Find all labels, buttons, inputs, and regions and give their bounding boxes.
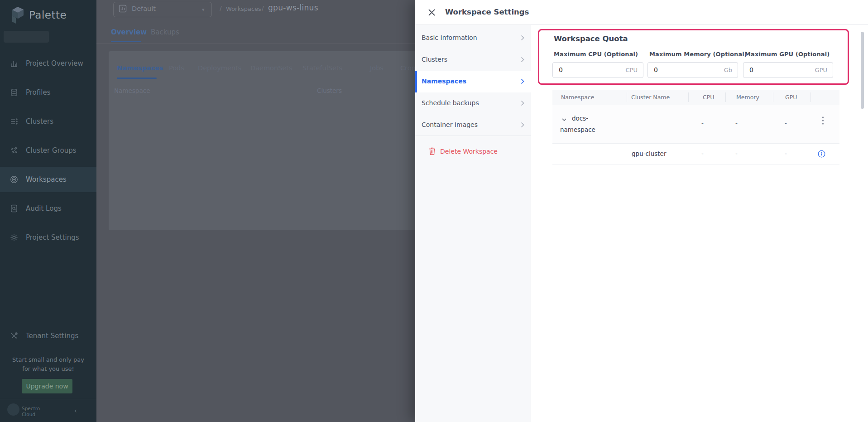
tab-jobs[interactable]: Jobs bbox=[370, 64, 384, 72]
tab-namespaces-underline bbox=[117, 78, 157, 79]
sidebar-item-project-settings[interactable]: Project Settings bbox=[0, 225, 96, 250]
sidebar-item-label: Project Overview bbox=[26, 59, 83, 68]
spectro-cloud-logo bbox=[7, 403, 19, 416]
palette-logo-text: Palette bbox=[29, 9, 67, 21]
cpu-value: - bbox=[701, 120, 704, 127]
project-overview-icon bbox=[10, 59, 18, 68]
tab-backups[interactable]: Backups bbox=[151, 28, 179, 36]
namespaces-table-header: Namespace Cluster Name CPU Memory GPU bbox=[552, 90, 839, 105]
cluster-name-cell: gpu-cluster bbox=[632, 150, 666, 157]
sidebar-item-project-overview[interactable]: Project Overview bbox=[0, 51, 96, 76]
chevron-right-icon bbox=[521, 35, 525, 41]
project-selector-label[interactable]: Default bbox=[132, 5, 156, 12]
tab-namespaces[interactable]: Namespaces bbox=[117, 64, 163, 72]
sidebar-item-label: Cluster Groups bbox=[26, 146, 77, 155]
tab-pods[interactable]: Pods bbox=[169, 64, 184, 72]
palette-logo-icon bbox=[10, 5, 27, 26]
col-cpu: CPU bbox=[703, 94, 714, 101]
tenant-settings-tools-icon bbox=[10, 332, 18, 340]
sidebar-item-label: Profiles bbox=[26, 88, 50, 97]
menu-item-schedule-backups[interactable]: Schedule backups bbox=[415, 92, 531, 114]
memory-value: - bbox=[735, 120, 738, 127]
workspaces-icon bbox=[10, 175, 18, 184]
table-row-gpu-cluster: gpu-cluster - - - bbox=[552, 144, 839, 165]
sidebar-item-tenant-settings[interactable]: Tenant Settings bbox=[0, 323, 96, 349]
close-icon[interactable] bbox=[428, 9, 436, 16]
sidebar-item-workspaces[interactable]: Workspaces bbox=[0, 167, 96, 192]
workspace-quota-heading: Workspace Quota bbox=[554, 34, 628, 43]
breadcrumb-workspace-name: gpu-ws-linus bbox=[268, 3, 318, 12]
clusters-icon bbox=[10, 117, 18, 126]
col-cluster-name: Cluster Name bbox=[631, 94, 670, 101]
spectro-cloud-name: Spectro Cloud bbox=[22, 406, 40, 417]
menu-item-namespaces[interactable]: Namespaces bbox=[415, 71, 531, 92]
sidebar-item-audit-logs[interactable]: Audit Logs bbox=[0, 196, 96, 221]
menu-item-clusters[interactable]: Clusters bbox=[415, 49, 531, 71]
cluster-groups-icon bbox=[10, 146, 18, 155]
chevron-right-icon bbox=[521, 122, 525, 128]
project-settings-gear-icon bbox=[10, 233, 18, 242]
col-memory: Memory bbox=[736, 94, 759, 101]
chevron-right-icon bbox=[521, 57, 525, 63]
cpu-value: - bbox=[701, 150, 704, 157]
sidebar-footer-divider bbox=[0, 399, 96, 399]
sidebar-item-clusters[interactable]: Clusters bbox=[0, 109, 96, 134]
gpu-value: - bbox=[785, 120, 787, 127]
tab-statefulsets[interactable]: StatefulSets bbox=[302, 64, 342, 72]
profiles-icon bbox=[10, 88, 18, 97]
sidebar-collapse-icon[interactable]: ‹ bbox=[74, 407, 77, 414]
trash-icon bbox=[429, 147, 436, 155]
breadcrumb-separator: / bbox=[220, 5, 222, 12]
max-cpu-input[interactable]: 0 CPU bbox=[552, 62, 643, 78]
drawer-title: Workspace Settings bbox=[445, 8, 529, 16]
gpu-unit-suffix: GPU bbox=[815, 67, 827, 73]
delete-workspace-button[interactable]: Delete Workspace bbox=[415, 143, 531, 161]
settings-content bbox=[531, 25, 868, 422]
drawer-header: Workspace Settings bbox=[415, 0, 868, 25]
upgrade-now-button[interactable]: Upgrade now bbox=[22, 379, 72, 393]
chevron-right-icon bbox=[521, 78, 525, 85]
breadcrumb-workspaces-link[interactable]: Workspaces bbox=[226, 5, 261, 12]
tab-deployments[interactable]: Deployments bbox=[198, 64, 241, 72]
gpu-value: - bbox=[785, 150, 787, 157]
settings-menu: Basic Information Clusters Namespaces Sc… bbox=[415, 25, 531, 422]
main-table-header-clusters: Clusters bbox=[317, 87, 342, 94]
max-cpu-label: Maximum CPU (Optional) bbox=[554, 51, 638, 58]
tab-overview[interactable]: Overview bbox=[111, 28, 147, 36]
main-table-header-namespace: Namespace bbox=[114, 87, 150, 94]
sidebar: Palette Project Overview Profiles bbox=[0, 0, 96, 422]
project-chart-icon bbox=[119, 5, 127, 13]
max-gpu-input[interactable]: 0 GPU bbox=[743, 62, 833, 78]
max-memory-label: Maximum Memory (Optional) bbox=[649, 51, 747, 58]
namespace-cell: docs-namespace bbox=[560, 113, 614, 136]
drawer-scrollbar[interactable] bbox=[861, 32, 864, 109]
info-icon[interactable] bbox=[818, 150, 825, 158]
row-actions-menu-icon[interactable] bbox=[822, 116, 825, 125]
menu-item-container-images[interactable]: Container Images bbox=[415, 114, 531, 136]
cpu-unit-suffix: CPU bbox=[626, 67, 638, 73]
memory-unit-suffix: Gb bbox=[724, 67, 732, 73]
breadcrumb-separator: / bbox=[262, 5, 264, 12]
menu-item-basic-information[interactable]: Basic Information bbox=[415, 27, 531, 49]
table-row-docs-namespace: docs-namespace - - - bbox=[552, 105, 839, 144]
project-chevron-down-icon[interactable]: ▾ bbox=[202, 7, 205, 13]
sidebar-item-label: Audit Logs bbox=[26, 204, 62, 213]
sidebar-item-cluster-groups[interactable]: Cluster Groups bbox=[0, 138, 96, 163]
promo-text-line1: Start small and only pay bbox=[0, 356, 96, 363]
menu-divider bbox=[415, 136, 531, 136]
tab-overview-underline bbox=[111, 41, 141, 42]
tab-daemonsets[interactable]: DaemonSets bbox=[250, 64, 293, 72]
sidebar-item-profiles[interactable]: Profiles bbox=[0, 80, 96, 105]
sidebar-item-label: Clusters bbox=[26, 117, 53, 126]
promo-text-line2: for what you use! bbox=[0, 365, 96, 372]
project-selector[interactable] bbox=[113, 2, 212, 17]
sidebar-item-label: Project Settings bbox=[26, 233, 79, 242]
max-gpu-label: Maximum GPU (Optional) bbox=[745, 51, 830, 58]
col-gpu: GPU bbox=[785, 94, 797, 101]
sidebar-item-label: Workspaces bbox=[26, 175, 67, 184]
sidebar-item-label: Tenant Settings bbox=[26, 332, 78, 340]
max-memory-input[interactable]: 0 Gb bbox=[647, 62, 738, 78]
memory-value: - bbox=[735, 150, 738, 157]
project-scope-pill[interactable] bbox=[4, 31, 49, 43]
chevron-right-icon bbox=[521, 100, 525, 107]
